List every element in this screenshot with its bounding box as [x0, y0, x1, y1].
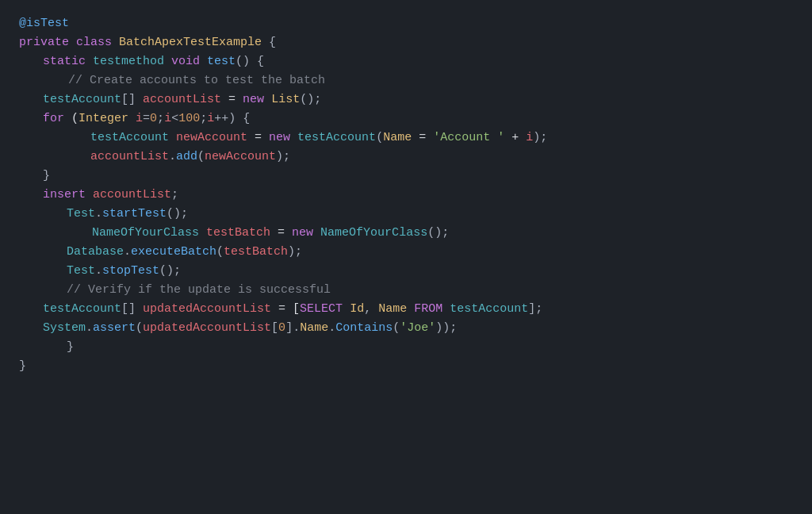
code-line-2: private class BatchApexTestExample { [19, 33, 793, 52]
code-line-12: NameOfYourClass testBatch = new NameOfYo… [19, 224, 793, 243]
class-name: BatchApexTestExample [119, 33, 262, 52]
code-line-7: testAccount newAccount = new testAccount… [19, 128, 793, 148]
code-line-4: // Create accounts to test the batch [19, 71, 793, 90]
code-line-9: } [19, 167, 793, 186]
code-line-17: System . assert ( updatedAccountList [ 0… [19, 319, 793, 338]
comment-verify: // Verify if the update is successful [67, 281, 331, 300]
code-line-18: } [19, 338, 793, 357]
code-line-16: testAccount [] updatedAccountList = [ SE… [19, 300, 793, 319]
code-line-5: testAccount [] accountList = new List ()… [19, 90, 793, 109]
code-line-14: Test . stopTest (); [19, 262, 793, 281]
code-line-1: @isTest [19, 14, 793, 33]
code-line-10: insert accountList ; [19, 186, 793, 205]
code-line-6: for ( Integer i = 0 ; i < 100 ; i ++) { [19, 109, 793, 128]
code-line-8: accountList . add ( newAccount ); [19, 148, 793, 167]
code-line-19: } [19, 357, 793, 376]
keyword-class: class [76, 33, 112, 52]
code-editor: @isTest private class BatchApexTestExamp… [0, 0, 812, 514]
code-line-13: Database . executeBatch ( testBatch ); [19, 243, 793, 262]
keyword-private: private [19, 33, 69, 52]
decorator: @isTest [19, 14, 69, 33]
code-line-15: // Verify if the update is successful [19, 281, 793, 300]
comment-create-accounts: // Create accounts to test the batch [68, 71, 325, 90]
code-line-11: Test . startTest (); [19, 205, 793, 224]
code-line-3: static testmethod void test () { [19, 52, 793, 71]
